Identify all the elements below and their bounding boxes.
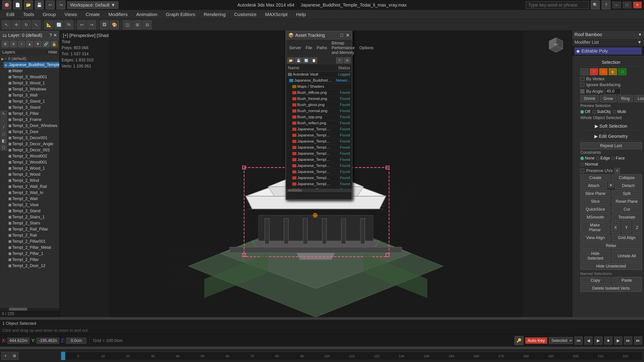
copy-btn[interactable]: Copy	[580, 277, 610, 284]
view-align-btn[interactable]: View Align	[580, 234, 610, 241]
layers-move-up-btn[interactable]: ▲	[26, 41, 33, 47]
vtb-vertex[interactable]: ·	[0, 117, 7, 124]
grid-align-btn[interactable]: Grid Align	[612, 234, 642, 241]
selection-header[interactable]: Selection	[580, 58, 642, 66]
preview-off-option[interactable]: Off	[580, 109, 590, 114]
attach-btn[interactable]: Attach	[580, 182, 607, 189]
open-btn[interactable]: 📂	[24, 0, 33, 9]
asset-item-temple3-diffuse[interactable]: Japanese_Temple_3_Diffuse.png Found	[286, 181, 352, 187]
sel-border-btn[interactable]: □	[599, 68, 608, 75]
layer-item-stand[interactable]: Templ_3_Stand	[7, 104, 59, 110]
asset-item-temple2-gloss[interactable]: Japanese_Temple_2_Glossines.png Found	[286, 163, 352, 169]
preserve-uvs-checkbox[interactable]	[580, 169, 584, 173]
angle-value-input[interactable]: 45.0	[605, 88, 621, 94]
modifier-dropdown-arrow[interactable]: ▼	[638, 33, 642, 37]
undo-btn[interactable]: ↩	[46, 0, 55, 9]
layer-item-2rail[interactable]: Templ_2_Rail	[7, 232, 59, 238]
scale-btn[interactable]: ⤡	[32, 20, 41, 29]
asset-item-temple-file[interactable]: Japanese_Buddhist_Temple_Todai_li_max_..…	[286, 78, 352, 84]
menu-create[interactable]: Create	[82, 11, 104, 18]
layer-item-frame[interactable]: Templ_3_Frame	[7, 117, 59, 123]
select-btn[interactable]: ↖	[2, 20, 11, 29]
attach-options-btn[interactable]: ▶	[608, 182, 614, 188]
asset-item-temple1-fresnel[interactable]: Japanese_Temple_1_Fresnel.png Found	[286, 132, 352, 138]
z-axis-btn[interactable]: Z	[632, 222, 642, 233]
editable-poly-entry[interactable]: ◆ Editable Poly	[574, 47, 642, 54]
asset-scrollbar[interactable]	[286, 189, 352, 191]
asset-tb-2[interactable]: 💾	[295, 57, 302, 63]
asset-item-bush-gloss[interactable]: Bush_gloss.png Found	[286, 102, 352, 108]
layer-item-wood001[interactable]: Templ_3_Wood001	[7, 74, 59, 80]
asset-menu-options[interactable]: Options	[358, 45, 375, 51]
layers-add-btn[interactable]: +	[18, 41, 25, 47]
array-btn[interactable]: ⊞	[133, 20, 142, 29]
layer-item-2wood001[interactable]: Templ_2_Wood001	[7, 159, 59, 165]
relax-btn[interactable]: Relax	[580, 242, 642, 249]
angle-snap[interactable]: 🔄	[54, 20, 64, 29]
play-btn[interactable]: ▶	[594, 337, 602, 345]
asset-tb-config[interactable]: ⚙	[344, 57, 350, 63]
layer-item-decor003[interactable]: Templ_3_Decor_003	[7, 147, 59, 153]
layer-item-2stand[interactable]: Templ_2_Stand	[7, 208, 59, 214]
paste-btn[interactable]: Paste	[612, 277, 642, 284]
layer-item-2wall[interactable]: Templ_2_Wall	[7, 196, 59, 202]
asset-menu-server[interactable]: Server	[287, 45, 303, 51]
delete-isolated-btn[interactable]: Delete Isolated Verts	[580, 285, 642, 292]
sel-vertex-btn[interactable]: ·	[580, 68, 588, 75]
soft-selection-header[interactable]: ▶ Soft Selection	[580, 122, 642, 130]
asset-item-vault[interactable]: Autodesk Vault Logged	[286, 71, 352, 78]
layers-help-icon[interactable]: ?	[50, 33, 52, 38]
split-btn[interactable]: Split	[612, 190, 642, 197]
unhide-all-btn[interactable]: Unhide All	[612, 250, 642, 262]
modifier-list-dropdown[interactable]: ▼	[637, 40, 642, 45]
asset-tb-help[interactable]: ?	[336, 57, 343, 63]
menu-maxscript[interactable]: MAXScript	[261, 11, 292, 18]
ignore-backfacing-checkbox[interactable]	[580, 83, 584, 87]
vtb-border[interactable]: □	[0, 131, 7, 137]
constraint-none-opt[interactable]: None	[580, 156, 594, 161]
vtb-poly[interactable]: ◧	[0, 138, 7, 144]
search-btn[interactable]: 🔍	[591, 0, 600, 9]
asset-menu-paths[interactable]: Paths	[315, 45, 329, 51]
asset-item-temple1-reflect[interactable]: Japanese_Temple_1_Reflection.png Found	[286, 145, 352, 151]
save-btn[interactable]: 💾	[35, 0, 44, 9]
timeline-track[interactable]: 0 10 20 30 40 50 60 70 80 90 100 110 120…	[61, 352, 643, 360]
auto-key-btn[interactable]: Auto Key	[525, 338, 547, 344]
layer-item-2wind[interactable]: Templ_2_Wind	[7, 178, 59, 184]
tl-add-key-btn[interactable]: +	[1, 352, 10, 360]
asset-item-maps-folder[interactable]: Maps / Shaders	[286, 84, 352, 90]
msmooth-btn[interactable]: MSmooth	[580, 214, 610, 221]
asset-item-bush-fresnel[interactable]: Bush_fresnel.png Found	[286, 96, 352, 102]
asset-menu-file[interactable]: File	[304, 45, 314, 51]
layer-item-2wood002[interactable]: Templ_2_Wood002	[7, 153, 59, 159]
layer-item-2pillarmetal[interactable]: Templ_2_Pillar_Metal	[7, 245, 59, 251]
layers-move-down-btn[interactable]: ▼	[34, 41, 41, 47]
vtb-select[interactable]: ↖	[0, 110, 7, 117]
layer-item-2wood[interactable]: Templ_2_Wood	[7, 171, 59, 178]
menu-customize[interactable]: Customize	[230, 11, 260, 18]
ring-btn[interactable]: Ring	[618, 95, 633, 102]
cut-btn[interactable]: Cut	[612, 206, 642, 213]
menu-tools[interactable]: Tools	[19, 11, 38, 18]
layer-item-wood1[interactable]: Templ_3_Wood_1	[7, 80, 59, 86]
menu-modifiers[interactable]: Modifiers	[104, 11, 132, 18]
close-btn[interactable]: ✕	[633, 1, 642, 8]
preview-subobj-option[interactable]: SubObj	[592, 109, 610, 114]
layers-close-icon[interactable]: ✕	[53, 32, 57, 38]
layers-delete-btn[interactable]: ✕	[10, 41, 17, 47]
key-mode-btn[interactable]: 🔑	[514, 336, 524, 345]
x-axis-btn[interactable]: X	[611, 222, 620, 233]
tesselate-btn[interactable]: Tesselate	[612, 214, 642, 221]
hide-unselected-btn[interactable]: Hide Unselected	[580, 263, 642, 270]
asset-tb-3[interactable]: 🔄	[303, 57, 310, 63]
constraint-normal-opt[interactable]: Normal	[580, 162, 598, 167]
tl-filter-btn[interactable]: ⚙	[10, 352, 18, 360]
asset-close-btn[interactable]: ✕	[346, 32, 350, 38]
layer-item-2wallrail[interactable]: Templ_2_Wall_Rail	[7, 184, 59, 190]
asset-item-temple2-reflect[interactable]: Japanese_Temple_2_Reflection.png Found	[286, 175, 352, 181]
key-mode-select[interactable]: Selected	[549, 337, 573, 344]
layer-item-temple-main[interactable]: ▶ Japanese_Buddhist_Temple_Toda... —	[4, 62, 59, 68]
minimize-btn[interactable]: ─	[612, 1, 621, 8]
edit-geometry-header[interactable]: ▶ Edit Geometry	[580, 132, 642, 140]
layer-item-2pillar1[interactable]: Templ_2_Pillar_1	[7, 251, 59, 257]
